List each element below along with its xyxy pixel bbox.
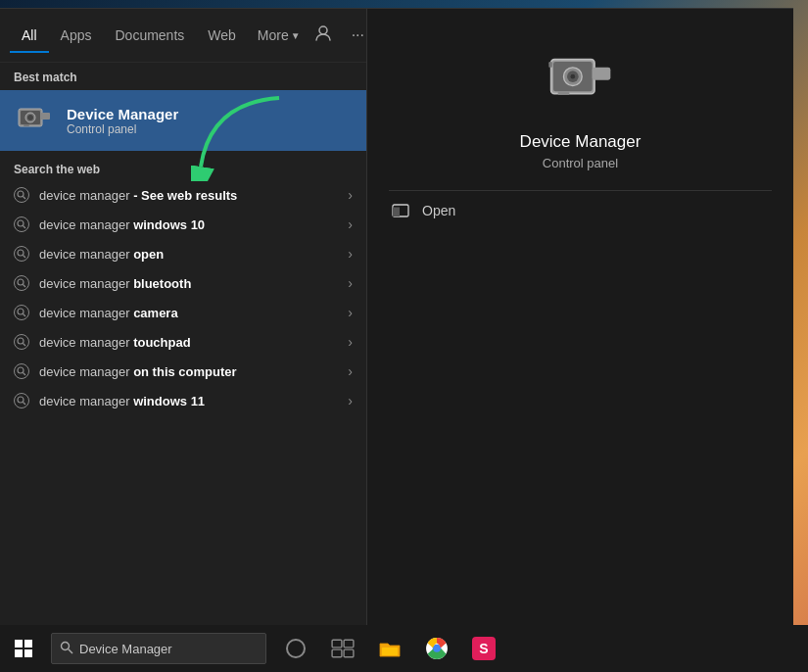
svg-line-22 bbox=[24, 403, 26, 406]
web-result-7[interactable]: device manager on this computer › bbox=[0, 357, 366, 386]
more-options-icon[interactable]: ··· bbox=[348, 23, 368, 48]
search-icon-3 bbox=[14, 246, 29, 262]
arrow-icon-7: › bbox=[348, 363, 353, 379]
svg-point-0 bbox=[319, 26, 327, 34]
web-result-8[interactable]: device manager windows 11 › bbox=[0, 386, 366, 415]
svg-rect-36 bbox=[332, 640, 342, 648]
svg-rect-5 bbox=[40, 113, 50, 120]
chrome-button[interactable] bbox=[415, 625, 458, 672]
web-section-label: Search the web bbox=[0, 153, 366, 180]
svg-rect-30 bbox=[548, 62, 552, 68]
web-result-3-text: device manager open bbox=[39, 247, 164, 262]
svg-point-13 bbox=[18, 279, 24, 285]
open-label: Open bbox=[422, 203, 455, 218]
start-menu: All Apps Documents Web More ▼ bbox=[0, 8, 793, 625]
web-result-6[interactable]: device manager touchpad › bbox=[0, 327, 366, 357]
taskbar-icons: S bbox=[274, 625, 505, 672]
web-result-1-text: device manager - See web results bbox=[39, 188, 237, 203]
user-icon[interactable] bbox=[310, 21, 336, 50]
svg-line-18 bbox=[24, 344, 26, 347]
svg-point-11 bbox=[18, 250, 24, 256]
taskbar-search-icon bbox=[60, 641, 73, 657]
svg-line-35 bbox=[69, 648, 72, 652]
web-result-3[interactable]: device manager open › bbox=[0, 239, 366, 268]
task-view-button[interactable] bbox=[321, 625, 364, 672]
taskbar: Device Manager bbox=[0, 625, 808, 672]
search-icon-7 bbox=[14, 363, 29, 379]
svg-point-4 bbox=[27, 115, 33, 120]
cortana-icon bbox=[286, 639, 306, 658]
tab-apps[interactable]: Apps bbox=[49, 20, 104, 51]
svg-rect-38 bbox=[332, 649, 342, 657]
search-icon-5 bbox=[14, 305, 29, 320]
svg-rect-28 bbox=[592, 68, 610, 80]
search-icon-6 bbox=[14, 334, 29, 350]
svg-line-16 bbox=[24, 314, 26, 317]
app-s-button[interactable]: S bbox=[462, 625, 505, 672]
web-result-2-text: device manager windows 10 bbox=[39, 217, 205, 232]
windows-logo bbox=[15, 640, 32, 657]
web-result-8-text: device manager windows 11 bbox=[39, 394, 205, 408]
web-result-5[interactable]: device manager camera › bbox=[0, 298, 366, 327]
svg-rect-29 bbox=[557, 91, 569, 95]
chevron-down-icon: ▼ bbox=[291, 30, 301, 41]
arrow-icon-2: › bbox=[348, 216, 353, 232]
start-button[interactable] bbox=[0, 625, 47, 672]
search-icon-4 bbox=[14, 275, 29, 291]
web-result-4[interactable]: device manager bluetooth › bbox=[0, 268, 366, 298]
tab-documents[interactable]: Documents bbox=[103, 20, 196, 51]
web-result-7-text: device manager on this computer bbox=[39, 364, 237, 379]
arrow-icon-1: › bbox=[348, 187, 353, 203]
preview-app-name: Device Manager bbox=[520, 132, 642, 152]
svg-line-12 bbox=[24, 256, 26, 259]
svg-point-34 bbox=[62, 642, 70, 649]
svg-point-9 bbox=[18, 220, 24, 226]
right-panel: Device Manager Control panel Open bbox=[367, 9, 793, 625]
svg-line-8 bbox=[24, 197, 26, 200]
svg-line-20 bbox=[24, 373, 26, 376]
tab-all[interactable]: All bbox=[10, 20, 49, 51]
svg-point-43 bbox=[433, 645, 441, 652]
svg-rect-6 bbox=[24, 124, 29, 126]
svg-point-15 bbox=[18, 309, 24, 314]
cortana-button[interactable] bbox=[274, 625, 317, 672]
search-icon-2 bbox=[14, 216, 29, 232]
best-match-item[interactable]: Device Manager Control panel bbox=[0, 90, 366, 151]
web-result-6-text: device manager touchpad bbox=[39, 335, 191, 350]
search-icon-8 bbox=[14, 393, 29, 408]
arrow-icon-6: › bbox=[348, 334, 353, 350]
svg-rect-37 bbox=[344, 640, 354, 648]
svg-rect-40 bbox=[382, 648, 398, 655]
best-match-name: Device Manager bbox=[67, 106, 178, 122]
best-match-label: Best match bbox=[0, 63, 366, 88]
web-result-5-text: device manager camera bbox=[39, 306, 178, 320]
arrow-icon-8: › bbox=[348, 393, 353, 408]
svg-point-27 bbox=[570, 74, 575, 79]
preview-app-type: Control panel bbox=[543, 156, 618, 170]
svg-point-19 bbox=[18, 367, 24, 373]
tab-web[interactable]: Web bbox=[196, 20, 248, 51]
preview-icon bbox=[547, 48, 615, 117]
svg-point-17 bbox=[18, 338, 24, 344]
device-manager-icon bbox=[14, 100, 55, 141]
tab-more[interactable]: More ▼ bbox=[248, 20, 310, 51]
best-match-type: Control panel bbox=[67, 122, 178, 136]
svg-point-7 bbox=[18, 191, 24, 197]
web-result-2[interactable]: device manager windows 10 › bbox=[0, 210, 366, 239]
taskbar-search-box[interactable]: Device Manager bbox=[51, 633, 266, 664]
desktop: All Apps Documents Web More ▼ bbox=[0, 0, 808, 672]
svg-line-14 bbox=[24, 285, 26, 288]
arrow-icon-4: › bbox=[348, 275, 353, 291]
svg-rect-32 bbox=[393, 208, 400, 217]
web-result-4-text: device manager bluetooth bbox=[39, 276, 191, 291]
taskbar-search-text: Device Manager bbox=[79, 642, 172, 656]
web-result-1[interactable]: device manager - See web results › bbox=[0, 180, 366, 210]
best-match-info: Device Manager Control panel bbox=[67, 106, 178, 136]
search-tabs: All Apps Documents Web More ▼ bbox=[0, 9, 366, 63]
svg-line-10 bbox=[24, 226, 26, 229]
svg-point-21 bbox=[18, 397, 24, 403]
open-action[interactable]: Open bbox=[367, 191, 793, 230]
search-icon bbox=[14, 187, 29, 203]
file-explorer-button[interactable] bbox=[368, 625, 411, 672]
open-icon bbox=[391, 204, 410, 217]
